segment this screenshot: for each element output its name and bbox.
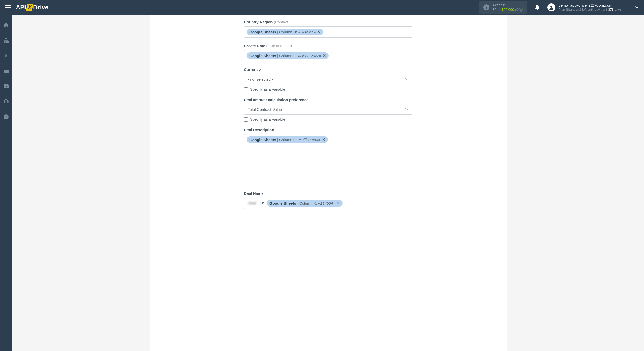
- field-country-region: Country/Region (Contact) Google Sheets |…: [244, 20, 412, 38]
- sidebar-item-account[interactable]: [0, 96, 12, 107]
- notifications-button[interactable]: [535, 5, 540, 10]
- user-email: demo_apix-drive_s2@com.com: [559, 3, 622, 8]
- token-remove-button[interactable]: ✕: [323, 53, 326, 58]
- field-deal-description: Deal Description Google Sheets | Column …: [244, 128, 412, 185]
- svg-rect-0: [5, 5, 11, 6]
- chevron-down-icon: [635, 6, 639, 9]
- svg-rect-4: [5, 38, 7, 39]
- menu-toggle-button[interactable]: [5, 5, 11, 10]
- select-value: Total Contract Value: [248, 107, 282, 112]
- svg-text:$: $: [5, 53, 7, 58]
- sidebar-item-help[interactable]: ?: [0, 112, 12, 122]
- user-info: demo_apix-drive_s2@com.com Plan |Standar…: [559, 3, 622, 12]
- svg-point-3: [550, 6, 552, 8]
- field-deal-amount-pref: Deal amount calculation preference Total…: [244, 98, 412, 122]
- token-create-date: Google Sheets | Column F: «26.03.2022» ✕: [247, 52, 329, 59]
- deal-amount-variable-checkbox-row[interactable]: Specify as a variable: [244, 117, 412, 122]
- field-currency: Currency - not selected - Specify as a v…: [244, 67, 412, 91]
- country-input[interactable]: Google Sheets | Column H: «Ukraine» ✕: [244, 26, 412, 38]
- svg-rect-6: [6, 41, 7, 43]
- chevron-down-icon: [405, 108, 408, 110]
- question-icon: ?: [4, 114, 9, 119]
- field-create-date: Create Date (date and time) Google Sheet…: [244, 44, 412, 61]
- token-remove-button[interactable]: ✕: [317, 30, 320, 34]
- form-container: Country/Region (Contact) Google Sheets |…: [244, 20, 412, 209]
- field-label: Create Date (date and time): [244, 44, 412, 48]
- deal-amount-variable-checkbox[interactable]: [244, 117, 248, 122]
- deal-amount-select[interactable]: Total Contract Value: [244, 104, 412, 115]
- actions-text: Actions: 32 of 100'000 (0%): [492, 3, 523, 12]
- actions-max: 100'000: [502, 7, 514, 12]
- currency-variable-checkbox-row[interactable]: Specify as a variable: [244, 87, 412, 91]
- field-label: Deal amount calculation preference: [244, 98, 412, 102]
- create-date-input[interactable]: Google Sheets | Column F: «26.03.2022» ✕: [244, 50, 412, 61]
- sidebar-item-home[interactable]: [0, 20, 12, 30]
- select-value: - not selected -: [248, 77, 273, 81]
- user-icon: [4, 99, 9, 104]
- chevron-down-icon: [405, 78, 408, 80]
- token-remove-button[interactable]: ✕: [322, 137, 325, 142]
- token-deal-description: Google Sheets | Column G: «Office rent» …: [247, 136, 328, 143]
- currency-variable-checkbox[interactable]: [244, 87, 248, 91]
- logo[interactable]: API X Drive: [16, 4, 48, 11]
- sidebar-item-connections[interactable]: [0, 35, 12, 45]
- svg-rect-7: [7, 41, 9, 43]
- currency-select[interactable]: - not selected -: [244, 74, 412, 84]
- actions-of: of: [498, 7, 501, 12]
- user-menu[interactable]: demo_apix-drive_s2@com.com Plan |Standar…: [547, 3, 639, 12]
- info-icon: i: [483, 4, 489, 10]
- field-label: Deal Name: [244, 191, 412, 196]
- logo-api: API: [16, 4, 26, 11]
- deal-description-input[interactable]: Google Sheets | Column G: «Office rent» …: [244, 134, 412, 185]
- svg-rect-2: [5, 9, 11, 9]
- briefcase-icon: [4, 69, 9, 73]
- actions-current: 32: [492, 7, 497, 12]
- home-icon: [4, 23, 9, 27]
- sidebar: $ ?: [0, 15, 12, 351]
- actions-counter[interactable]: i Actions: 32 of 100'000 (0%): [479, 1, 527, 14]
- token-deal-name: Google Sheets | Column K: «114564» ✕: [267, 200, 343, 207]
- field-label: Currency: [244, 67, 412, 72]
- dollar-icon: $: [5, 53, 8, 58]
- svg-point-13: [5, 100, 7, 102]
- content-panel: Country/Region (Contact) Google Sheets |…: [150, 15, 507, 351]
- sidebar-item-tools[interactable]: [0, 66, 12, 76]
- svg-rect-5: [4, 41, 5, 43]
- svg-text:?: ?: [5, 115, 7, 119]
- logo-x: X: [26, 4, 34, 11]
- actions-label: Actions:: [492, 3, 523, 7]
- svg-rect-1: [5, 7, 11, 8]
- svg-rect-9: [4, 70, 9, 73]
- avatar-icon: [547, 3, 555, 11]
- field-deal-name: Deal Name Deal № Google Sheets | Column …: [244, 191, 412, 209]
- hamburger-icon: [5, 5, 11, 10]
- deal-name-prefix: №: [259, 200, 265, 206]
- field-label: Deal Description: [244, 128, 412, 132]
- field-label: Country/Region (Contact): [244, 20, 412, 24]
- header: API X Drive i Actions: 32 of 100'000 (0%…: [0, 0, 644, 15]
- token-country: Google Sheets | Column H: «Ukraine» ✕: [247, 29, 323, 35]
- hierarchy-icon: [4, 38, 9, 43]
- deal-name-input[interactable]: Deal № Google Sheets | Column K: «114564…: [244, 198, 412, 209]
- deal-name-prefix-blur: Deal: [247, 200, 258, 206]
- main-content: Country/Region (Contact) Google Sheets |…: [12, 15, 644, 351]
- youtube-icon: [4, 84, 9, 88]
- sidebar-item-videos[interactable]: [0, 81, 12, 91]
- actions-pct: (0%): [515, 7, 523, 12]
- bell-icon: [535, 5, 540, 10]
- sidebar-item-billing[interactable]: $: [0, 51, 12, 61]
- token-remove-button[interactable]: ✕: [337, 201, 340, 205]
- logo-drive: Drive: [33, 4, 48, 11]
- user-plan: Plan |Standard| left until payment 373 d…: [559, 8, 622, 12]
- svg-rect-10: [4, 71, 9, 71]
